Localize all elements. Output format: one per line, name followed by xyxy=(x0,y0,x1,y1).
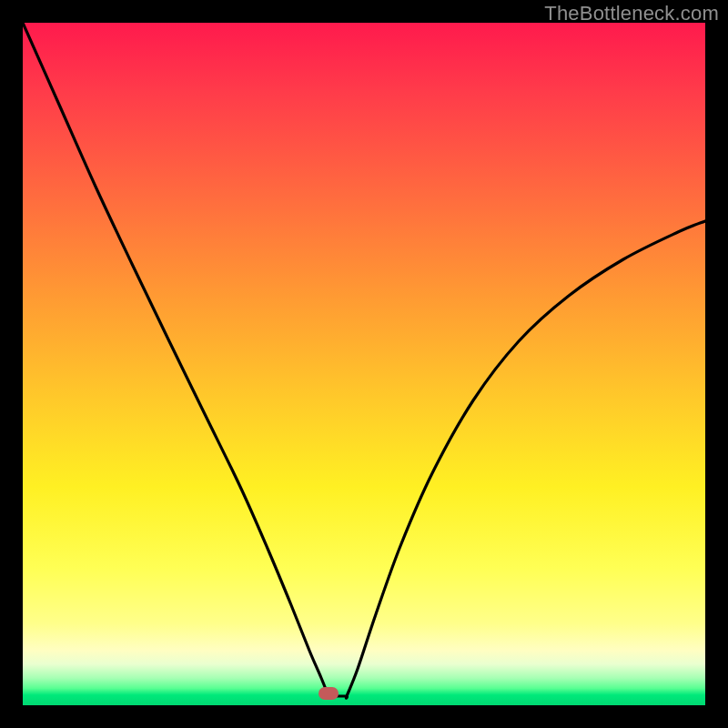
min-marker xyxy=(318,687,339,700)
chart-frame: TheBottleneck.com xyxy=(0,0,728,728)
chart-plot-area xyxy=(23,23,705,705)
curve-path xyxy=(23,23,705,698)
chart-svg xyxy=(23,23,705,705)
watermark-text: TheBottleneck.com xyxy=(544,2,719,25)
